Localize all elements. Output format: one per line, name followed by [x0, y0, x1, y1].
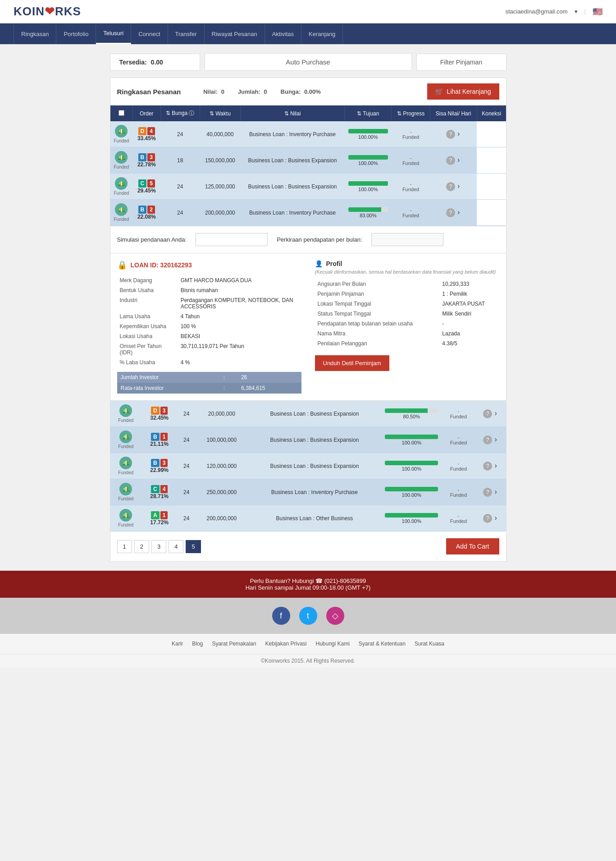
perkiraan-input[interactable]: [371, 233, 443, 246]
arrow-button[interactable]: ›: [494, 514, 498, 522]
field-value: 4 %: [178, 357, 301, 367]
row-checkbox: 💵 Funded: [110, 479, 142, 505]
arrow-button[interactable]: ›: [494, 462, 498, 470]
question-button[interactable]: ?: [446, 182, 455, 191]
lihat-keranjang-button[interactable]: 🛒 Lihat Keranjang: [427, 83, 499, 100]
question-button[interactable]: ?: [483, 435, 492, 444]
loan-left: 🔒 LOAN ID: 320162293 Merk DagangGMT HARC…: [117, 260, 301, 394]
header: KOIN❤RKS staciaedina@gmail.com ▾ | 🇺🇸: [0, 0, 616, 23]
profil-header: 👤 Profil: [315, 260, 499, 267]
profil-field-row: Nama MitraLazada: [315, 329, 499, 339]
th-bunga[interactable]: ⇅ Bunga ⓘ: [160, 105, 200, 121]
nav-aktivitas[interactable]: Aktivitas: [265, 24, 301, 44]
grade-letter: B: [138, 153, 147, 161]
row-progress: 100.00%: [381, 505, 442, 531]
grade-letter: A: [151, 511, 160, 519]
question-button[interactable]: ?: [483, 514, 492, 523]
filter-box[interactable]: Filter Pinjaman: [416, 54, 506, 71]
progress-text: 100.00%: [348, 134, 388, 140]
footer-link[interactable]: Hubungi Kami: [315, 641, 349, 647]
question-button[interactable]: ?: [446, 130, 455, 139]
question-button[interactable]: ?: [446, 208, 455, 217]
row-tujuan: Business Loan : Business Expansion: [248, 401, 382, 427]
row-nilai: 40,000,000: [200, 121, 240, 147]
nav-connect[interactable]: Connect: [131, 24, 168, 44]
funded-icon: 💵: [119, 430, 132, 443]
progress-bar: [348, 181, 388, 186]
arrow-button[interactable]: ›: [456, 208, 461, 216]
footer-link[interactable]: Karir: [172, 641, 183, 647]
grade-num: 3: [147, 153, 155, 161]
arrow-button[interactable]: ›: [494, 435, 498, 444]
table-row: 💵 Funded B 1 21.11% 24 100,000,000 Busin…: [110, 427, 506, 453]
nav-telusuri[interactable]: Telusuri: [96, 23, 131, 44]
arrow-button[interactable]: ›: [456, 156, 461, 164]
table-row: 💵 Funded D 3 32.45% 24 20,000,000 Busine…: [110, 401, 506, 427]
bunga-val: 22.78%: [136, 161, 157, 168]
funded-icon: 💵: [119, 457, 132, 469]
simulasi-input[interactable]: [196, 233, 268, 246]
question-button[interactable]: ?: [483, 462, 492, 471]
facebook-icon[interactable]: f: [272, 607, 290, 625]
row-koneksi: ? ›: [475, 453, 506, 479]
select-all-checkbox[interactable]: [119, 110, 124, 116]
footer-link[interactable]: Syarat & Ketentuan: [359, 641, 406, 647]
bunga-val: 28.71%: [145, 493, 173, 499]
th-tujuan[interactable]: ⇅ Tujuan: [345, 105, 392, 121]
th-waktu[interactable]: ⇅ Waktu: [200, 105, 240, 121]
dropdown-icon[interactable]: ▾: [575, 8, 578, 15]
footer-link[interactable]: Blog: [192, 641, 203, 647]
user-email[interactable]: staciaedina@gmail.com: [505, 8, 567, 15]
page-button-4[interactable]: 4: [169, 540, 183, 553]
th-progress[interactable]: ⇅ Progress: [392, 105, 430, 121]
twitter-icon[interactable]: t: [299, 607, 317, 625]
loan-field-row: Merk DagangGMT HARCO MANGGA DUA: [117, 275, 301, 285]
page-button-2[interactable]: 2: [134, 540, 149, 553]
loan-right: 👤 Profil (Kecuali diinformasikan, semua …: [315, 260, 499, 394]
th-order: Order: [132, 105, 160, 121]
progress-text: 100.00%: [348, 187, 388, 192]
page-button-1[interactable]: 1: [117, 540, 132, 553]
progress-fill: [385, 435, 438, 439]
nav-riwayat[interactable]: Riwayat Pesanan: [205, 24, 265, 44]
investor-value: 6,384,615: [237, 383, 301, 394]
row-tujuan: Business Loan : Business Expansion: [240, 174, 344, 200]
add-to-cart-button[interactable]: Add To Cart: [446, 538, 499, 554]
instagram-icon[interactable]: ◇: [326, 607, 344, 625]
progress-bar: [348, 207, 388, 212]
field-label: Kepemilikan Usaha: [117, 321, 178, 331]
investor-separator: :: [220, 383, 237, 394]
grade-num: 2: [147, 206, 155, 214]
profil-field-label: Nama Mitra: [315, 329, 440, 339]
grade-letter: B: [138, 206, 147, 214]
question-button[interactable]: ?: [483, 488, 492, 497]
nav-portofolio[interactable]: Portofolio: [56, 24, 96, 44]
funded-icon: 💵: [119, 404, 132, 417]
arrow-button[interactable]: ›: [456, 182, 461, 190]
progress-bar: [385, 487, 438, 491]
grade-num: 1: [160, 433, 168, 441]
nav-transfer[interactable]: Transfer: [168, 24, 205, 44]
funded-label: Funded: [114, 191, 129, 196]
arrow-button[interactable]: ›: [456, 130, 461, 138]
grade-num: 3: [160, 459, 168, 467]
unduh-button[interactable]: Unduh Detil Peminjam: [315, 355, 389, 371]
question-button[interactable]: ?: [446, 156, 455, 165]
footer-link[interactable]: Kebijakan Privasi: [265, 641, 306, 647]
loan-fields-table: Merk DagangGMT HARCO MANGGA DUABentuk Us…: [117, 275, 301, 367]
profil-field-row: Lokasi Tempat TinggalJAKARTA PUSAT: [315, 299, 499, 309]
footer-link[interactable]: Surat Kuasa: [415, 641, 444, 647]
question-button[interactable]: ?: [483, 409, 492, 418]
flag-icon[interactable]: 🇺🇸: [593, 7, 602, 17]
arrow-button[interactable]: ›: [494, 488, 498, 496]
page-button-3[interactable]: 3: [151, 540, 166, 553]
footer-link[interactable]: Syarat Pemakaian: [212, 641, 256, 647]
nav-ringkasan[interactable]: Ringkasan: [14, 24, 56, 44]
row-sisa: - Funded: [442, 479, 475, 505]
arrow-button[interactable]: ›: [494, 409, 498, 417]
page-button-5[interactable]: 5: [186, 540, 201, 553]
row-progress: 100.00%: [381, 427, 442, 453]
auto-purchase-box[interactable]: Auto Purchase: [205, 53, 412, 71]
th-nilai[interactable]: ⇅ Nilai: [240, 105, 344, 121]
nav-keranjang[interactable]: Keranjang: [301, 24, 343, 44]
